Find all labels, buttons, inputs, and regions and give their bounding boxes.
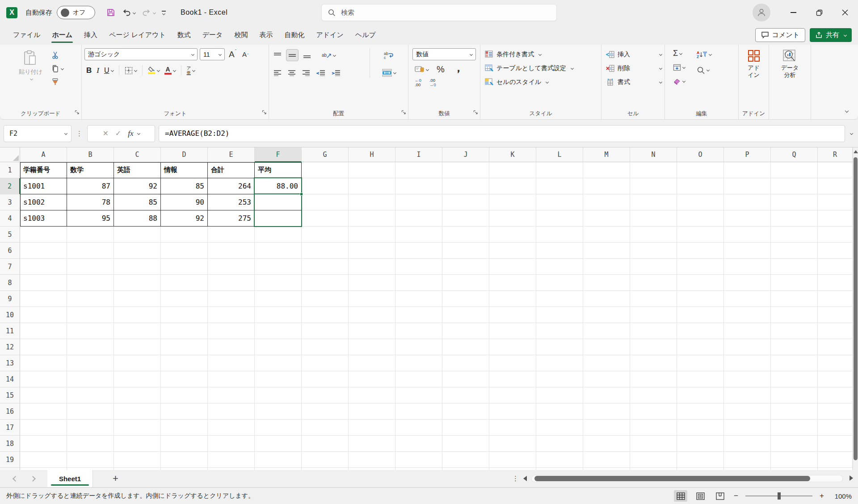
cell-G5[interactable] (302, 227, 349, 243)
column-header-I[interactable]: I (395, 147, 442, 162)
format-cells-button[interactable]: 書式 (604, 75, 662, 89)
column-header-G[interactable]: G (302, 147, 349, 162)
cell-H3[interactable] (349, 194, 395, 210)
cell-B4[interactable]: 95 (67, 210, 114, 227)
tab-formulas[interactable]: 数式 (172, 25, 197, 45)
cell-J16[interactable] (442, 403, 489, 420)
column-header-H[interactable]: H (349, 147, 395, 162)
cell-N15[interactable] (630, 387, 677, 403)
cell-F7[interactable] (255, 259, 302, 275)
vertical-scroll-thumb[interactable] (854, 157, 858, 460)
cell-K12[interactable] (489, 339, 536, 355)
insert-dropdown-icon[interactable] (659, 53, 662, 56)
cell-N9[interactable] (630, 291, 677, 307)
addins-button[interactable]: アドイン (744, 47, 763, 81)
cell-B19[interactable] (67, 452, 114, 468)
cell-H11[interactable] (349, 323, 395, 339)
cell-D13[interactable] (161, 355, 208, 371)
cell-P3[interactable] (724, 194, 771, 210)
cell-R18[interactable] (818, 436, 853, 452)
row-header-15[interactable]: 15 (0, 387, 20, 403)
cell-K16[interactable] (489, 403, 536, 420)
cell-E12[interactable] (208, 339, 255, 355)
cell-G16[interactable] (302, 403, 349, 420)
paste-dropdown-icon[interactable] (30, 77, 33, 80)
bold-button[interactable]: B (84, 64, 93, 76)
cell-A6[interactable] (20, 243, 67, 259)
cancel-icon[interactable]: ✕ (102, 129, 108, 138)
cell-L5[interactable] (536, 227, 583, 243)
collapse-ribbon-icon[interactable] (845, 109, 849, 113)
cell-Q19[interactable] (771, 452, 818, 468)
insert-function-button[interactable]: fx (128, 129, 133, 138)
underline-button[interactable]: U (102, 64, 115, 76)
cell-E19[interactable] (208, 452, 255, 468)
cell-N10[interactable] (630, 307, 677, 323)
cell-G2[interactable] (302, 178, 349, 194)
cell-E10[interactable] (208, 307, 255, 323)
sort-dropdown-icon[interactable] (709, 53, 712, 56)
column-header-F[interactable]: F (255, 147, 302, 162)
row-header-2[interactable]: 2 (0, 178, 20, 194)
cell-N6[interactable] (630, 243, 677, 259)
cell-R6[interactable] (818, 243, 853, 259)
column-header-B[interactable]: B (67, 147, 114, 162)
row-header-8[interactable]: 8 (0, 275, 20, 291)
cell-N8[interactable] (630, 275, 677, 291)
cell-L15[interactable] (536, 387, 583, 403)
cell-D7[interactable] (161, 259, 208, 275)
cell-K10[interactable] (489, 307, 536, 323)
cell-J17[interactable] (442, 420, 489, 436)
cell-grid[interactable]: ABCDEFGHIJKLMNOPQR1学籍番号数学英語情報合計平均2s10018… (0, 147, 853, 470)
cell-N18[interactable] (630, 436, 677, 452)
cell-A1[interactable]: 学籍番号 (20, 162, 67, 178)
cell-F19[interactable] (255, 452, 302, 468)
cell-H18[interactable] (349, 436, 395, 452)
cell-D9[interactable] (161, 291, 208, 307)
cell-H1[interactable] (349, 162, 395, 178)
cell-J14[interactable] (442, 371, 489, 387)
cell-H4[interactable] (349, 210, 395, 227)
cell-Q6[interactable] (771, 243, 818, 259)
cell-A11[interactable] (20, 323, 67, 339)
cell-L14[interactable] (536, 371, 583, 387)
cell-C5[interactable] (114, 227, 161, 243)
cell-A16[interactable] (20, 403, 67, 420)
cell-H17[interactable] (349, 420, 395, 436)
cell-M7[interactable] (583, 259, 630, 275)
cell-J11[interactable] (442, 323, 489, 339)
row-header-14[interactable]: 14 (0, 371, 20, 387)
cell-F3[interactable] (255, 194, 302, 210)
cell-O5[interactable] (677, 227, 724, 243)
find-dropdown-icon[interactable] (707, 68, 710, 71)
cell-J4[interactable] (442, 210, 489, 227)
cell-Q2[interactable] (771, 178, 818, 194)
cell-M1[interactable] (583, 162, 630, 178)
cell-D4[interactable]: 92 (161, 210, 208, 227)
borders-dropdown-icon[interactable] (134, 69, 137, 72)
cell-O12[interactable] (677, 339, 724, 355)
cell-P6[interactable] (724, 243, 771, 259)
row-header-18[interactable]: 18 (0, 436, 20, 452)
cell-P7[interactable] (724, 259, 771, 275)
cell-O7[interactable] (677, 259, 724, 275)
phonetic-button[interactable]: ア 亜 (185, 64, 197, 76)
column-header-D[interactable]: D (161, 147, 208, 162)
cell-R15[interactable] (818, 387, 853, 403)
cell-N12[interactable] (630, 339, 677, 355)
tab-addins[interactable]: アドイン (310, 25, 349, 45)
redo-dropdown-icon[interactable] (153, 11, 156, 14)
merge-dropdown-icon[interactable] (393, 71, 396, 74)
cell-J15[interactable] (442, 387, 489, 403)
cell-E8[interactable] (208, 275, 255, 291)
cell-O14[interactable] (677, 371, 724, 387)
cell-K11[interactable] (489, 323, 536, 339)
cell-L8[interactable] (536, 275, 583, 291)
cell-K9[interactable] (489, 291, 536, 307)
zoom-in-button[interactable]: + (819, 491, 825, 500)
cell-C11[interactable] (114, 323, 161, 339)
select-all-corner[interactable] (0, 147, 20, 162)
column-header-P[interactable]: P (724, 147, 771, 162)
cell-C14[interactable] (114, 371, 161, 387)
zoom-slider-thumb[interactable] (778, 492, 781, 500)
